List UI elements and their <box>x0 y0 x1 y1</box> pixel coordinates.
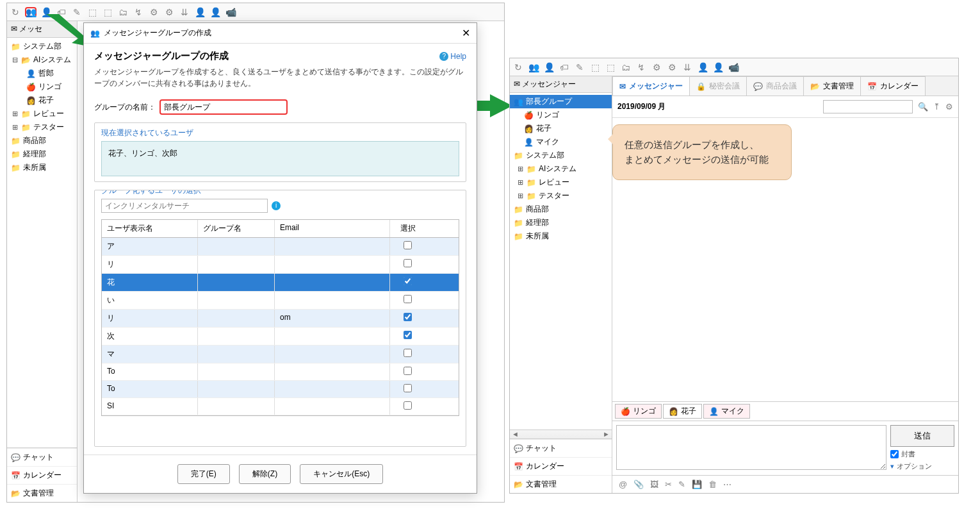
swap-icon[interactable]: ↯ <box>133 7 144 17</box>
video-icon[interactable]: 📹 <box>225 7 236 17</box>
group-icon[interactable]: 👥 <box>528 62 539 72</box>
recipient-chip-2[interactable]: 👤マイク <box>703 404 750 419</box>
tab-docs[interactable]: 📂文書管理 <box>803 76 861 96</box>
download-icon[interactable]: ⇊ <box>682 62 693 72</box>
presence-icon-1[interactable]: 👤 <box>697 62 708 72</box>
cancel-button[interactable]: キャンセル(Esc) <box>300 464 383 484</box>
folder-icon[interactable]: 🗂 <box>620 62 632 72</box>
tree-node-tester[interactable]: ⊞📁テスター <box>7 121 77 134</box>
table-row[interactable]: 花 <box>102 274 459 292</box>
tool-icon-2[interactable]: ⬚ <box>102 7 113 17</box>
options-label[interactable]: オプション <box>897 462 932 471</box>
footer-chat[interactable]: 💬チャット <box>7 448 77 466</box>
row-select-checkbox[interactable] <box>404 241 412 249</box>
table-row[interactable]: To <box>102 363 459 381</box>
tree-node-group[interactable]: 👥部長グループ <box>510 95 612 108</box>
user-plus-icon[interactable]: 👤 <box>543 62 555 72</box>
edit-icon[interactable]: ✎ <box>678 480 685 489</box>
footer-chat[interactable]: 💬チャット <box>510 439 612 457</box>
tree-user-1[interactable]: 👩花子 <box>510 122 612 135</box>
group-name-input[interactable] <box>159 99 288 115</box>
tree-node-review[interactable]: ⊞📁レビュー <box>7 107 77 121</box>
row-select-checkbox[interactable] <box>404 313 412 321</box>
close-icon[interactable]: ✕ <box>462 27 470 39</box>
row-select-checkbox[interactable] <box>404 331 412 339</box>
sealed-checkbox[interactable] <box>890 450 899 458</box>
tree-node-accounting[interactable]: 📁経理部 <box>510 216 612 229</box>
search-icon[interactable]: 🔍 <box>918 102 928 112</box>
row-select-checkbox[interactable] <box>404 277 412 285</box>
footer-docs[interactable]: 📂文書管理 <box>7 484 77 502</box>
refresh-icon[interactable]: ↻ <box>512 62 524 72</box>
mention-icon[interactable]: @ <box>619 480 627 489</box>
tree-node-user-2[interactable]: 👩花子 <box>7 94 77 107</box>
table-row[interactable]: い <box>102 292 459 310</box>
tab-messenger[interactable]: ✉メッセンジャー <box>612 76 690 96</box>
refresh-icon[interactable]: ↻ <box>10 7 21 17</box>
row-select-checkbox[interactable] <box>404 259 412 267</box>
row-select-checkbox[interactable] <box>404 367 412 375</box>
tool-icon-1[interactable]: ⬚ <box>589 62 601 72</box>
tree-node-product[interactable]: 📁商品部 <box>7 134 77 147</box>
tab-product[interactable]: 💬商品会議 <box>746 76 804 96</box>
create-group-icon[interactable]: 👥 <box>25 7 37 17</box>
incremental-search-input[interactable] <box>101 199 268 213</box>
attach-icon[interactable]: 📎 <box>633 480 644 489</box>
gear-icon-2[interactable]: ⚙ <box>666 62 678 72</box>
tree-node-user-1[interactable]: 🍎リンゴ <box>7 80 77 94</box>
tool-icon-2[interactable]: ⬚ <box>605 62 616 72</box>
trash-icon[interactable]: 🗑 <box>708 480 717 489</box>
more-icon[interactable]: ⋯ <box>723 480 731 489</box>
row-select-checkbox[interactable] <box>404 349 412 357</box>
col-name[interactable]: ユーザ表示名 <box>102 220 198 237</box>
col-email[interactable]: Email <box>275 220 390 237</box>
tag-icon[interactable]: 🏷 <box>559 62 570 72</box>
tree-user-2[interactable]: 👤マイク <box>510 135 612 149</box>
compose-textarea[interactable] <box>616 425 886 470</box>
col-select[interactable]: 選択 <box>390 220 425 237</box>
tree-node-ai[interactable]: ⊞📁AIシステム <box>510 162 612 176</box>
gear-icon[interactable]: ⚙ <box>945 102 953 112</box>
tree-node-unassigned[interactable]: 📁未所属 <box>7 161 77 174</box>
grid-body[interactable]: アリ花いリom次マToToSI <box>102 238 459 415</box>
presence-icon-1[interactable]: 👤 <box>194 7 206 17</box>
tree-node-system[interactable]: 📁システム部 <box>510 149 612 162</box>
tab-calendar[interactable]: 📅カレンダー <box>860 76 926 96</box>
table-row[interactable]: マ <box>102 346 459 363</box>
table-row[interactable]: SI <box>102 398 459 415</box>
table-row[interactable]: To <box>102 381 459 398</box>
image-icon[interactable]: 🖼 <box>650 480 658 489</box>
save-icon[interactable]: 💾 <box>692 480 702 489</box>
presence-icon-2[interactable]: 👤 <box>209 7 221 17</box>
tree-user-0[interactable]: 🍎リンゴ <box>510 108 612 122</box>
send-button[interactable]: 送信 <box>890 425 954 447</box>
table-row[interactable]: 次 <box>102 328 459 346</box>
footer-calendar[interactable]: 📅カレンダー <box>7 466 77 484</box>
folder-icon[interactable]: 🗂 <box>117 7 129 17</box>
row-select-checkbox[interactable] <box>404 401 412 410</box>
search-input[interactable] <box>823 100 913 113</box>
swap-icon[interactable]: ↯ <box>635 62 647 72</box>
h-scrollbar[interactable] <box>510 430 612 438</box>
tree-node-ai[interactable]: ⊟📂AIシステム <box>7 53 77 67</box>
tree-node-review[interactable]: ⊞📁レビュー <box>510 176 612 189</box>
table-row[interactable]: リom <box>102 310 459 328</box>
tab-secret[interactable]: 🔒秘密会議 <box>689 76 747 96</box>
help-link[interactable]: ?Help <box>439 52 466 61</box>
tree-node-tester[interactable]: ⊞📁テスター <box>510 189 612 203</box>
up-icon[interactable]: ⤒ <box>933 102 940 112</box>
row-select-checkbox[interactable] <box>404 384 412 392</box>
col-group[interactable]: グループ名 <box>198 220 275 237</box>
clip-icon[interactable]: ✂ <box>665 480 672 489</box>
recipient-chip-1[interactable]: 👩花子 <box>663 404 702 419</box>
video-icon[interactable]: 📹 <box>728 62 739 72</box>
row-select-checkbox[interactable] <box>404 295 412 303</box>
footer-docs[interactable]: 📂文書管理 <box>510 475 612 493</box>
done-button[interactable]: 完了(E) <box>177 464 230 484</box>
tree-node-accounting[interactable]: 📁経理部 <box>7 147 77 161</box>
table-row[interactable]: ア <box>102 238 459 256</box>
release-button[interactable]: 解除(Z) <box>239 464 291 484</box>
info-icon[interactable]: i <box>272 201 281 210</box>
gear-icon-2[interactable]: ⚙ <box>163 7 175 17</box>
gear-icon-1[interactable]: ⚙ <box>651 62 662 72</box>
